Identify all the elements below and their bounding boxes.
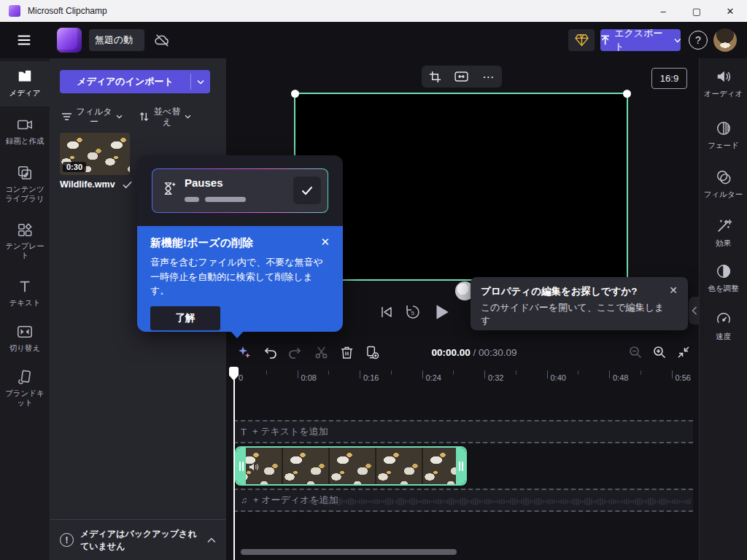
chevron-left-icon	[692, 306, 697, 315]
resize-handle-top-right[interactable]	[623, 90, 631, 98]
tooltip-close-button[interactable]: ✕	[669, 285, 678, 298]
timeline-horizontal-scrollbar[interactable]	[241, 549, 457, 555]
ruler-minor-tick	[453, 370, 454, 375]
popup-close-button[interactable]: ✕	[320, 236, 330, 247]
upload-arrow-icon	[600, 35, 610, 46]
skip-to-start-button[interactable]	[379, 305, 394, 319]
pauses-teaching-popup: Pauses 新機能!ポーズの削除 ✕ 音声を含むファイル内で、不要な無音や一時…	[137, 155, 343, 332]
ruler-minor-tick	[266, 370, 267, 375]
project-title-input[interactable]	[89, 29, 144, 51]
clip-trim-handle-right[interactable]	[456, 448, 465, 484]
speed-gauge-icon	[716, 311, 732, 327]
play-button[interactable]	[432, 303, 451, 322]
undo-icon	[263, 346, 277, 359]
sidebar-item-media[interactable]: メディア	[0, 61, 50, 106]
window-title: Microsoft Clipchamp	[28, 6, 107, 16]
check-icon	[301, 186, 313, 195]
import-options-dropdown[interactable]	[191, 70, 210, 93]
ruler-minor-tick	[391, 370, 392, 375]
fit-timeline-button[interactable]	[674, 343, 693, 362]
ruler-tick-label: 0:08	[301, 373, 317, 382]
tool-filters[interactable]: フィルター	[700, 169, 747, 199]
sidebar-item-brand-kit[interactable]: ブランドキット	[0, 362, 50, 416]
current-time: 00:00.00	[431, 347, 470, 358]
skeleton-pill	[205, 197, 246, 202]
ruler-tick-label: 0:56	[676, 373, 691, 382]
ruler-tick-label: 0:48	[613, 373, 628, 382]
aspect-ratio-badge[interactable]: 16:9	[651, 68, 687, 89]
filter-dropdown[interactable]: フィルター	[61, 106, 123, 128]
ruler-major-tick	[547, 370, 548, 378]
video-preview-canvas[interactable]	[294, 93, 628, 281]
ruler-major-tick	[609, 370, 610, 378]
content-library-icon	[17, 165, 33, 181]
sparkles-icon	[237, 345, 252, 359]
text-track[interactable]: T + テキストを追加	[233, 420, 693, 443]
crop-button[interactable]	[425, 67, 444, 86]
clip-trim-handle-left[interactable]	[236, 448, 246, 484]
tool-fade[interactable]: フェード	[700, 120, 747, 150]
tool-speed[interactable]: 速度	[700, 311, 747, 341]
redo-button[interactable]	[286, 343, 305, 362]
text-track-label: + テキストを追加	[252, 425, 328, 438]
audio-track[interactable]: ♫ + オーディオを追加	[233, 489, 693, 512]
media-item-thumbnail[interactable]: 0:30	[60, 133, 130, 175]
ruler-minor-tick	[516, 370, 516, 375]
close-button[interactable]: ✕	[713, 0, 747, 22]
fit-button[interactable]	[452, 67, 471, 86]
tool-audio[interactable]: オーディオ	[700, 69, 747, 98]
duplicate-plus-icon	[365, 346, 379, 359]
open-properties-sidebar-tab[interactable]	[689, 297, 700, 324]
sidebar-item-templates[interactable]: テンプレート	[0, 214, 50, 268]
tool-adjust-colors[interactable]: 色を調整	[700, 263, 747, 293]
playhead-line[interactable]	[233, 367, 235, 560]
clipchamp-logo[interactable]	[57, 28, 82, 52]
minimize-button[interactable]: –	[646, 0, 680, 22]
sidebar-item-content-library[interactable]: コンテンツライブラリ	[0, 158, 50, 211]
hamburger-icon	[16, 32, 32, 48]
timeline-ruler[interactable]: 00:080:160:240:320:400:480:56	[226, 368, 699, 388]
total-time: / 00:30.09	[471, 347, 517, 358]
fit-icon	[454, 71, 468, 82]
text-icon	[17, 279, 33, 295]
ai-sparkle-button[interactable]	[235, 343, 254, 362]
user-avatar[interactable]	[713, 28, 737, 52]
ruler-minor-tick	[578, 370, 578, 375]
split-button[interactable]	[311, 343, 330, 362]
import-media-button[interactable]: メディアのインポート	[60, 70, 210, 93]
hamburger-menu-button[interactable]	[12, 31, 36, 50]
backup-status-text: メディアはバックアップされていません	[80, 528, 201, 553]
sidebar-item-record-create[interactable]: 録画と作成	[0, 109, 50, 155]
export-button[interactable]: エクスポート	[600, 29, 681, 51]
gem-icon	[575, 34, 589, 47]
pauses-toggle-button[interactable]	[293, 176, 321, 204]
backup-status-bar[interactable]: ! メディアはバックアップされていません	[50, 519, 226, 560]
maximize-button[interactable]: ▢	[680, 0, 713, 22]
premium-upgrade-button[interactable]	[568, 29, 595, 51]
undo-button[interactable]	[260, 343, 279, 362]
resize-handle-top-left[interactable]	[291, 90, 299, 98]
zoom-out-button[interactable]	[626, 343, 645, 362]
sidebar-item-text[interactable]: テキスト	[0, 271, 50, 312]
tooltip-body-text: このサイドバーを開いて、ここで編集します	[481, 301, 673, 327]
properties-toolbar: オーディオ フェード フィルター 効果 色を調整 速度	[699, 58, 747, 560]
cloud-sync-off-button[interactable]	[150, 31, 174, 50]
skeleton-pill	[185, 197, 199, 202]
hourglass-sparkle-icon	[162, 181, 177, 197]
pauses-feature-card[interactable]: Pauses	[152, 168, 328, 213]
preview-toolbar: ⋯	[422, 66, 502, 88]
sidebar-item-transitions[interactable]: 切り替え	[0, 316, 50, 357]
sort-dropdown[interactable]: 並べ替え	[139, 106, 191, 128]
delete-button[interactable]	[337, 343, 356, 362]
duplicate-button[interactable]	[363, 343, 382, 362]
tool-effects[interactable]: 効果	[700, 218, 747, 248]
app-header: エクスポート ?	[0, 22, 747, 58]
video-clip[interactable]	[235, 446, 467, 486]
rewind-5s-button[interactable]: 5	[404, 303, 422, 321]
zoom-in-button[interactable]	[650, 343, 669, 362]
left-toolbar: メディア 録画と作成 コンテンツライブラリ テンプレート テキスト 切り替え ブ…	[0, 58, 50, 560]
app-window: Microsoft Clipchamp – ▢ ✕ エクスポート	[0, 0, 747, 560]
more-options-button[interactable]: ⋯	[479, 67, 498, 86]
popup-ok-button[interactable]: 了解	[150, 306, 220, 330]
help-button[interactable]: ?	[689, 31, 708, 50]
